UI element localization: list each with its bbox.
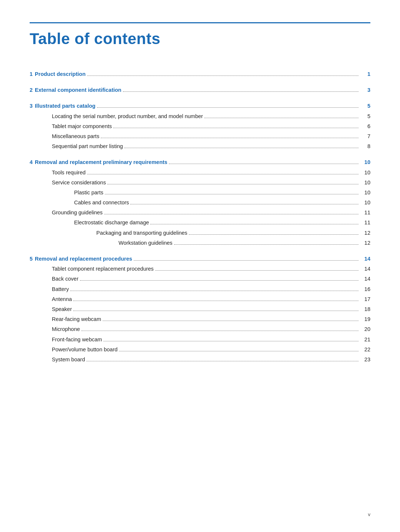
entry-label: Power/volume button board: [52, 345, 117, 354]
toc-page-num: 14: [360, 265, 370, 273]
entry-label: Locating the serial number, product numb…: [52, 112, 203, 121]
entry-label: Speaker: [52, 305, 72, 314]
toc-entry-entry-4-3-1-2[interactable]: Workstation guidelines12: [30, 239, 370, 247]
entry-label: Workstation guidelines: [119, 239, 173, 247]
toc-page-num: 10: [360, 158, 370, 167]
toc-entry-entry-4-2-1[interactable]: Plastic parts10: [30, 188, 370, 197]
toc-dots: [119, 351, 359, 351]
entry-label: Service considerations: [52, 178, 106, 187]
toc-entry-entry-5-4[interactable]: Antenna17: [30, 295, 370, 304]
toc-entry-entry-3-2[interactable]: Tablet major components6: [30, 122, 370, 131]
toc-dots: [124, 148, 359, 148]
toc-dots: [101, 138, 359, 138]
toc-dots: [70, 291, 359, 291]
entry-label: Tablet component replacement procedures: [52, 265, 154, 273]
toc-page-num: 17: [360, 295, 370, 304]
toc-page-num: 10: [360, 178, 370, 187]
toc-entry-entry-3-3[interactable]: Miscellaneous parts7: [30, 132, 370, 141]
entry-label: Tablet major components: [52, 122, 112, 131]
toc-dots: [155, 270, 359, 271]
toc-dots: [86, 361, 359, 361]
toc-dots: [73, 311, 359, 311]
toc-entry-entry-5-7[interactable]: Microphone20: [30, 325, 370, 334]
toc-page-num: 3: [360, 86, 370, 94]
toc-entry-entry-5-10[interactable]: System board23: [30, 355, 370, 364]
toc-page-num: 23: [360, 355, 370, 364]
toc-container: 1Product description12External component…: [30, 70, 370, 364]
entry-label: Grounding guidelines: [52, 208, 103, 217]
toc-page-num: 14: [360, 255, 370, 263]
toc-dots: [97, 107, 359, 108]
top-border: [30, 22, 370, 23]
entry-label: Microphone: [52, 325, 80, 334]
toc-page-num: 8: [360, 142, 370, 151]
toc-entry-entry-3-4[interactable]: Sequential part number listing8: [30, 142, 370, 151]
toc-page-num: 19: [360, 315, 370, 324]
chapter-label: External component identification: [35, 87, 121, 93]
toc-entry-entry-4-1[interactable]: Tools required10: [30, 168, 370, 177]
toc-entry-entry-2[interactable]: 2External component identification3: [30, 86, 370, 94]
toc-entry-entry-4[interactable]: 4Removal and replacement preliminary req…: [30, 158, 370, 167]
toc-entry-entry-5-5[interactable]: Speaker18: [30, 305, 370, 314]
toc-entry-entry-5[interactable]: 5Removal and replacement procedures14: [30, 255, 370, 263]
entry-label: Miscellaneous parts: [52, 132, 99, 141]
toc-entry-entry-5-6[interactable]: Rear-facing webcam19: [30, 315, 370, 324]
toc-dots: [103, 321, 359, 321]
entry-label: Rear-facing webcam: [52, 315, 101, 324]
entry-label: Front-facing webcam: [52, 335, 102, 344]
toc-dots: [169, 164, 359, 164]
chapter-num: 5: [30, 256, 33, 262]
toc-page-num: 10: [360, 198, 370, 207]
entry-label: Plastic parts: [74, 188, 103, 197]
toc-entry-entry-4-2-2[interactable]: Cables and connectors10: [30, 198, 370, 207]
toc-entry-entry-5-1[interactable]: Tablet component replacement procedures1…: [30, 265, 370, 273]
toc-entry-entry-3[interactable]: 3Illustrated parts catalog5: [30, 102, 370, 110]
toc-entry-entry-4-2[interactable]: Service considerations10: [30, 178, 370, 187]
toc-entry-entry-5-3[interactable]: Battery16: [30, 285, 370, 294]
toc-entry-entry-4-3-1[interactable]: Electrostatic discharge damage11: [30, 218, 370, 227]
toc-page-num: 5: [360, 112, 370, 121]
toc-entry-entry-4-3-1-1[interactable]: Packaging and transporting guidelines12: [30, 229, 370, 237]
toc-entry-entry-3-1[interactable]: Locating the serial number, product numb…: [30, 112, 370, 121]
toc-dots: [81, 331, 359, 331]
toc-dots: [189, 234, 359, 235]
toc-page-num: 11: [360, 208, 370, 217]
toc-dots: [123, 91, 359, 92]
toc-dots: [204, 118, 359, 118]
toc-page-num: 6: [360, 122, 370, 131]
entry-label: Cables and connectors: [74, 198, 129, 207]
entry-label: Antenna: [52, 295, 72, 304]
toc-dots: [80, 280, 359, 281]
toc-page-num: 10: [360, 168, 370, 177]
chapter-label: Removal and replacement procedures: [35, 256, 132, 262]
toc-dots: [113, 128, 359, 128]
page-number: v: [368, 512, 371, 517]
toc-entry-entry-5-9[interactable]: Power/volume button board22: [30, 345, 370, 354]
toc-dots: [87, 174, 359, 174]
chapter-num: 3: [30, 103, 33, 109]
entry-label: System board: [52, 355, 85, 364]
toc-page-num: 5: [360, 102, 370, 110]
entry-label: Packaging and transporting guidelines: [96, 229, 187, 237]
toc-page-num: 7: [360, 132, 370, 141]
entry-label: Sequential part number listing: [52, 142, 123, 151]
toc-entry-entry-5-8[interactable]: Front-facing webcam21: [30, 335, 370, 344]
toc-dots: [87, 76, 359, 76]
chapter-num: 1: [30, 71, 33, 77]
toc-entry-entry-5-2[interactable]: Back cover14: [30, 275, 370, 283]
toc-entry-entry-4-3[interactable]: Grounding guidelines11: [30, 208, 370, 217]
chapter-label: Illustrated parts catalog: [35, 103, 96, 109]
toc-page-num: 20: [360, 325, 370, 334]
toc-dots: [130, 204, 359, 204]
toc-entry-entry-1[interactable]: 1Product description1: [30, 70, 370, 78]
page-title: Table of contents: [30, 30, 370, 48]
chapter-label: Product description: [35, 71, 86, 77]
toc-page-num: 14: [360, 275, 370, 283]
toc-page-num: 21: [360, 335, 370, 344]
toc-dots: [73, 301, 359, 301]
entry-label: Back cover: [52, 275, 79, 283]
toc-page-num: 18: [360, 305, 370, 314]
toc-dots: [150, 224, 359, 224]
toc-page-num: 16: [360, 285, 370, 294]
toc-dots: [104, 214, 359, 214]
